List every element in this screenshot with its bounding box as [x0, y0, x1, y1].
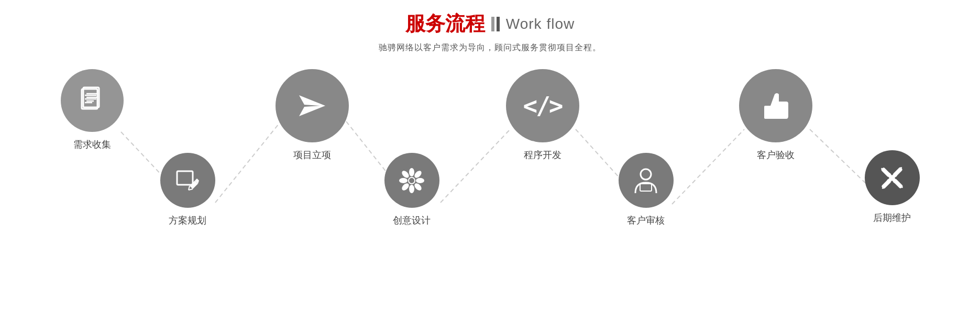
node-project: 项目立项 [276, 69, 349, 161]
node-maintenance-label: 后期维护 [873, 211, 911, 224]
node-project-label: 项目立项 [293, 149, 331, 161]
svg-point-24 [401, 169, 410, 178]
svg-point-27 [401, 182, 410, 191]
svg-rect-15 [177, 171, 193, 185]
divider-bar-1 [491, 17, 494, 31]
node-review: 客户审核 [619, 153, 674, 227]
divider-bar-2 [497, 17, 500, 31]
title-divider [491, 17, 500, 31]
svg-point-20 [409, 168, 414, 176]
node-maintenance-circle [865, 150, 920, 205]
thumbsup-icon [760, 90, 791, 121]
title-chinese: 服务流程 [405, 10, 485, 37]
node-design: 创意设计 [384, 153, 439, 227]
node-needs-collection-circle [61, 69, 124, 132]
node-dev: </> 程序开发 [506, 69, 579, 161]
node-acceptance: 客户验收 [739, 69, 812, 161]
node-design-circle [384, 153, 439, 208]
node-design-label: 创意设计 [393, 214, 431, 227]
node-plan-label: 方案规划 [169, 214, 206, 227]
svg-line-1 [215, 121, 281, 203]
node-maintenance: 后期维护 [865, 150, 920, 224]
svg-rect-31 [764, 106, 772, 119]
node-dev-label: 程序开发 [524, 149, 561, 161]
send-icon [296, 90, 328, 121]
node-plan-circle [160, 153, 215, 208]
subtitle: 驰骋网络以客户需求为导向，顾问式服务贯彻项目全程。 [379, 42, 601, 53]
node-project-circle [276, 69, 349, 142]
person-icon [633, 167, 659, 194]
svg-rect-30 [640, 184, 652, 191]
title-row: 服务流程 Work flow [405, 10, 575, 37]
svg-point-21 [409, 185, 414, 193]
svg-marker-18 [299, 95, 325, 116]
node-review-circle [619, 153, 674, 208]
page-container: 服务流程 Work flow 驰骋网络以客户需求为导向，顾问式服务贯彻项目全程。 [0, 0, 980, 335]
node-needs-collection-label: 需求收集 [73, 138, 111, 151]
workflow-section: 需求收集 方案规划 项目立项 [19, 69, 962, 305]
node-plan: 方案规划 [160, 153, 215, 227]
node-dev-circle: </> [506, 69, 579, 142]
svg-point-26 [413, 169, 423, 178]
svg-point-23 [416, 178, 424, 183]
node-review-label: 客户审核 [627, 214, 665, 227]
svg-point-28 [409, 178, 414, 183]
svg-point-25 [413, 182, 423, 191]
header-section: 服务流程 Work flow 驰骋网络以客户需求为导向，顾问式服务贯彻项目全程。 [379, 10, 601, 53]
node-acceptance-circle [739, 69, 812, 142]
svg-line-3 [441, 129, 510, 203]
svg-point-29 [641, 169, 651, 180]
edit-icon [175, 168, 200, 193]
node-acceptance-label: 客户验收 [757, 149, 795, 161]
node-needs-collection: 需求收集 [61, 69, 124, 151]
title-english: Work flow [506, 16, 575, 32]
code-icon: </> [523, 92, 561, 120]
svg-line-5 [672, 129, 744, 204]
document-icon [79, 86, 105, 115]
flower-icon [398, 167, 425, 194]
svg-point-22 [399, 178, 408, 183]
wrench-icon [878, 164, 906, 192]
